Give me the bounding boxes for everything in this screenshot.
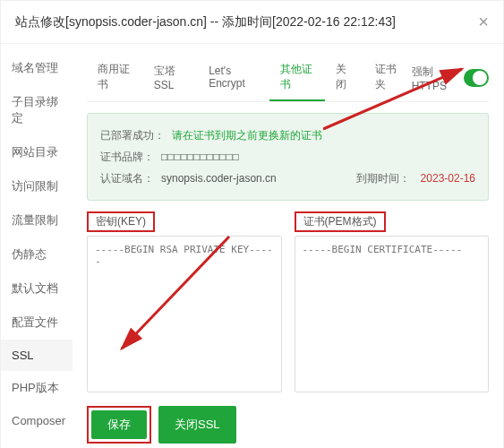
sidebar-item-ssl[interactable]: SSL bbox=[1, 340, 73, 371]
deployed-hint: 请在证书到期之前更换新的证书 bbox=[172, 125, 322, 146]
sidebar-item-php[interactable]: PHP版本 bbox=[1, 371, 73, 405]
close-ssl-button[interactable]: 关闭SSL bbox=[158, 406, 236, 444]
expire-label: 到期时间： bbox=[356, 172, 410, 185]
domain-label: 认证域名： bbox=[100, 168, 154, 189]
sidebar-item-subdir[interactable]: 子目录绑定 bbox=[1, 85, 73, 135]
tabs: 商用证书 宝塔SSL Let's Encrypt 其他证书 关闭 证书夹 强制H… bbox=[87, 55, 489, 102]
tab-bt-ssl[interactable]: 宝塔SSL bbox=[143, 56, 199, 100]
sidebar-item-domain[interactable]: 域名管理 bbox=[1, 51, 73, 85]
force-https-label: 强制HTTPS bbox=[412, 65, 457, 92]
modal-title: 站点修改[synopsis.coder-jason.cn] -- 添加时间[20… bbox=[15, 14, 396, 30]
sidebar-item-tomcat[interactable]: Tomcat bbox=[1, 436, 73, 448]
tab-letsencrypt[interactable]: Let's Encrypt bbox=[198, 57, 269, 99]
cert-label: 证书(PEM格式) bbox=[300, 213, 380, 229]
tab-close[interactable]: 关闭 bbox=[325, 55, 363, 101]
sidebar-item-default-doc[interactable]: 默认文档 bbox=[1, 271, 73, 306]
force-https-toggle[interactable] bbox=[464, 69, 489, 87]
close-icon[interactable]: × bbox=[478, 12, 489, 32]
deployed-label: 已部署成功： bbox=[100, 125, 165, 146]
cert-input[interactable] bbox=[295, 236, 490, 392]
brand-value: □□□□□□□□□□□□ bbox=[161, 146, 239, 168]
tab-cert-folder[interactable]: 证书夹 bbox=[364, 55, 412, 101]
sidebar-item-webdir[interactable]: 网站目录 bbox=[1, 135, 73, 169]
key-input[interactable] bbox=[87, 236, 282, 392]
modal-header: 站点修改[synopsis.coder-jason.cn] -- 添加时间[20… bbox=[1, 1, 503, 44]
sidebar-item-access[interactable]: 访问限制 bbox=[1, 169, 73, 203]
sidebar-item-config[interactable]: 配置文件 bbox=[1, 306, 73, 340]
sidebar: 域名管理 子目录绑定 网站目录 访问限制 流量限制 伪静态 默认文档 配置文件 … bbox=[1, 44, 73, 448]
save-button[interactable]: 保存 bbox=[91, 410, 147, 439]
expire-value: 2023-02-16 bbox=[421, 172, 475, 185]
sidebar-item-traffic[interactable]: 流量限制 bbox=[1, 203, 73, 237]
sidebar-item-rewrite[interactable]: 伪静态 bbox=[1, 237, 73, 271]
tab-other[interactable]: 其他证书 bbox=[269, 55, 326, 101]
key-label: 密钥(KEY) bbox=[92, 213, 149, 229]
brand-label: 证书品牌： bbox=[100, 146, 154, 168]
cert-info-box: 已部署成功： 请在证书到期之前更换新的证书 证书品牌： □□□□□□□□□□□□… bbox=[87, 113, 489, 201]
domain-value: synopsis.coder-jason.cn bbox=[161, 168, 277, 189]
sidebar-item-composer[interactable]: Composer bbox=[1, 405, 73, 436]
tab-commercial[interactable]: 商用证书 bbox=[87, 55, 143, 101]
